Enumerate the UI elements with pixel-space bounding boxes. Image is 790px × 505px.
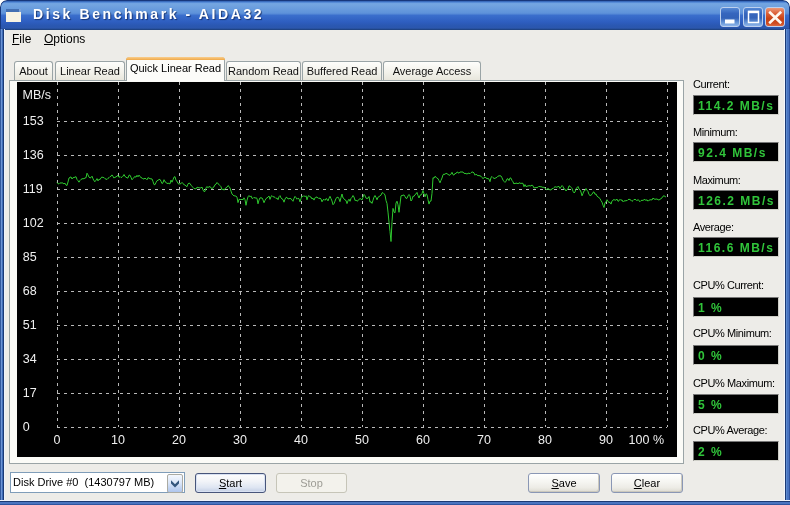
svg-text:30: 30 [233,433,247,447]
svg-text:90: 90 [599,433,613,447]
svg-text:100 %: 100 % [629,433,664,447]
svg-text:102: 102 [23,216,44,230]
svg-text:MB/s: MB/s [23,88,51,102]
svg-text:34: 34 [23,352,37,366]
svg-text:80: 80 [538,433,552,447]
svg-text:10: 10 [111,433,125,447]
svg-text:70: 70 [477,433,491,447]
svg-text:60: 60 [416,433,430,447]
svg-text:68: 68 [23,284,37,298]
svg-text:51: 51 [23,318,37,332]
svg-text:17: 17 [23,386,37,400]
svg-text:136: 136 [23,148,44,162]
svg-text:20: 20 [172,433,186,447]
svg-text:119: 119 [23,182,43,196]
svg-text:0: 0 [54,433,61,447]
svg-text:40: 40 [294,433,308,447]
svg-text:50: 50 [355,433,369,447]
svg-text:0: 0 [23,420,30,434]
svg-text:153: 153 [23,114,44,128]
svg-text:85: 85 [23,250,37,264]
